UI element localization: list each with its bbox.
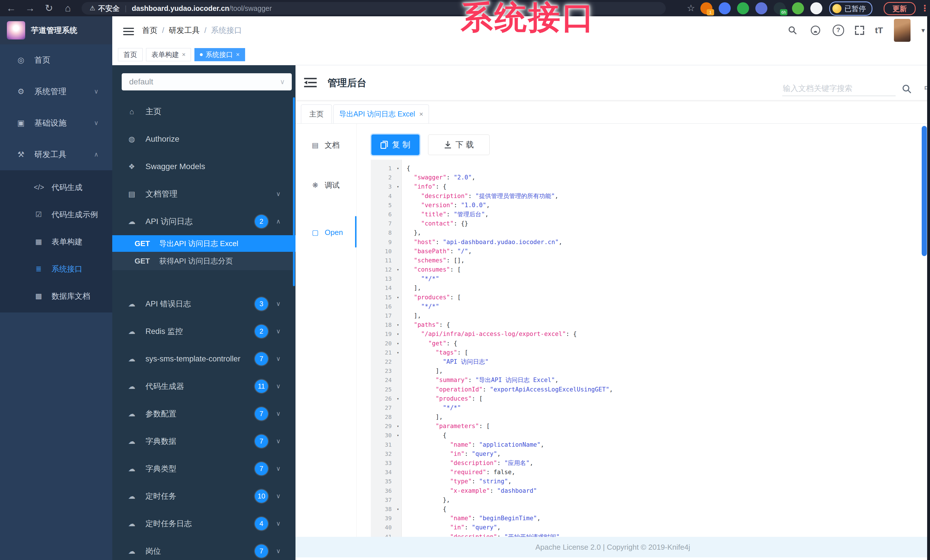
code-line: "required": false, [406, 468, 910, 477]
panel-item-Swagger Models[interactable]: ❖Swagger Models [112, 153, 296, 180]
api-group-sys-sms-template-controller[interactable]: ☁sys-sms-template-controller7∨ [112, 345, 296, 373]
breadcrumb-separator: / [205, 26, 207, 35]
extension-green-check-icon[interactable] [737, 2, 749, 14]
extension-bird-icon[interactable] [792, 2, 804, 14]
copy-button[interactable]: 复 制 [371, 135, 419, 155]
fold-caret-icon[interactable]: ▾ [397, 339, 399, 348]
api-group-字典类型[interactable]: ☁字典类型7∨ [112, 455, 296, 482]
doc-search-icon[interactable] [902, 84, 912, 94]
browser-menu-icon[interactable]: ⋮ [920, 0, 930, 16]
tab-系统接口[interactable]: 系统接口× [194, 48, 245, 61]
download-button[interactable]: 下 载 [428, 135, 490, 155]
fold-caret-icon[interactable]: ▾ [397, 394, 399, 403]
extension-6h-icon[interactable]: 6h [774, 2, 786, 14]
update-button[interactable]: 更新 [884, 2, 916, 15]
sidebar-item-系统管理[interactable]: ⚙系统管理∨ [0, 76, 112, 107]
browser-back-icon[interactable]: ← [4, 0, 18, 16]
browser-forward-icon[interactable]: → [23, 0, 37, 16]
api-group-岗位[interactable]: ☁岗位7∨ [112, 537, 296, 560]
doc-tab-导出API 访问日志 Excel[interactable]: 导出API 访问日志 Excel× [333, 104, 429, 123]
fullscreen-icon[interactable] [855, 26, 864, 35]
panel-item-API 访问日志[interactable]: ☁API 访问日志2∧ [112, 208, 296, 235]
avatar[interactable] [894, 19, 910, 42]
address-bar[interactable]: ⚠ 不安全 | dashboard.yudao.iocoder.cn/tool/… [82, 2, 666, 15]
hamburger-icon[interactable] [123, 26, 134, 35]
sidebar-item-研发工具[interactable]: ⚒研发工具∧ [0, 139, 112, 170]
api-group-字典数据[interactable]: ☁字典数据7∨ [112, 428, 296, 455]
operation-导出API 访问日志 Excel[interactable]: GET导出API 访问日志 Excel [112, 235, 296, 252]
line-number: 1▾ [371, 164, 402, 173]
extension-grid-icon[interactable] [755, 2, 767, 14]
cloud-icon: ☁ [126, 410, 137, 418]
close-icon[interactable]: × [182, 51, 186, 58]
avatar-caret-icon[interactable]: ▾ [921, 26, 925, 34]
doc-nav-调试[interactable]: ❋调试 [296, 177, 356, 193]
operation-获得API 访问日志分页[interactable]: GET获得API 访问日志分页 [112, 252, 296, 270]
tab-首页[interactable]: 首页 [118, 48, 143, 61]
sidebar-item-首页[interactable]: ◎首页 [0, 44, 112, 76]
cloud-icon: ☁ [126, 547, 137, 555]
group-select[interactable]: default ∨ [122, 73, 292, 91]
close-icon[interactable]: × [419, 110, 423, 118]
page-scrollbar[interactable] [922, 126, 927, 256]
api-group-API 错误日志[interactable]: ☁API 错误日志3∨ [112, 290, 296, 318]
line-number: 8 [371, 228, 402, 237]
panel-menu: ⌂主页◍Authorize❖Swagger Models▤文档管理∨☁API 访… [112, 98, 296, 235]
chevron-down-icon: ∨ [276, 520, 280, 527]
code-editor[interactable]: { "swagger": "2.0", "info": { "descripti… [406, 164, 910, 537]
browser-home-icon[interactable]: ⌂ [61, 0, 75, 16]
fold-caret-icon[interactable]: ▾ [397, 422, 399, 431]
bookmark-star-icon[interactable]: ☆ [684, 0, 698, 16]
panel-item-Authorize[interactable]: ◍Authorize [112, 125, 296, 153]
extension-orange-icon[interactable]: 1 [701, 2, 712, 14]
tab-表单构建[interactable]: 表单构建× [146, 48, 191, 61]
fold-caret-icon[interactable]: ▾ [397, 182, 399, 191]
code-line: "schemes": [], [406, 256, 910, 265]
fold-caret-icon[interactable]: ▾ [397, 320, 399, 329]
search-icon[interactable] [788, 26, 799, 35]
fold-caret-icon[interactable]: ▾ [397, 329, 399, 339]
security-label[interactable]: 不安全 [98, 4, 120, 13]
sidebar-item-基础设施[interactable]: ▣基础设施∨ [0, 107, 112, 139]
extension-paw-icon[interactable] [810, 2, 822, 14]
sidebar-subitem-数据库文档[interactable]: ▩数据库文档 [0, 282, 112, 310]
api-group-代码生成器[interactable]: ☁代码生成器11∨ [112, 373, 296, 400]
breadcrumb-item[interactable]: 首页 [142, 25, 157, 35]
panel-scrollbar[interactable] [293, 97, 295, 286]
help-icon[interactable]: ? [833, 25, 844, 36]
fold-caret-icon[interactable]: ▾ [397, 348, 399, 357]
menu-fold-icon[interactable] [304, 77, 317, 88]
fold-caret-icon[interactable]: ▾ [397, 164, 399, 173]
fold-caret-icon[interactable]: ▾ [397, 265, 399, 274]
api-group-Redis 监控[interactable]: ☁Redis 监控2∨ [112, 318, 296, 345]
panel-item-文档管理[interactable]: ▤文档管理∨ [112, 180, 296, 208]
sidebar-subitem-表单构建[interactable]: ▦表单构建 [0, 228, 112, 255]
fold-caret-icon[interactable]: ▾ [397, 293, 399, 302]
api-group-参数配置[interactable]: ☁参数配置7∨ [112, 400, 296, 428]
line-number: 20▾ [371, 339, 402, 348]
panel-groups: ☁API 错误日志3∨☁Redis 监控2∨☁sys-sms-template-… [112, 290, 296, 560]
fold-caret-icon[interactable]: ▾ [397, 505, 399, 514]
browser-reload-icon[interactable]: ↻ [42, 0, 56, 16]
breadcrumb-item[interactable]: 研发工具 [169, 25, 200, 35]
fold-caret-icon[interactable]: ▾ [397, 431, 399, 440]
doc-search-input[interactable] [782, 81, 896, 96]
sidebar-subitem-代码生成[interactable]: </>代码生成 [0, 174, 112, 201]
sidebar-subitem-系统接口[interactable]: ≣系统接口 [0, 255, 112, 282]
chevron-down-icon: ∨ [276, 548, 280, 555]
doc-nav-文档[interactable]: ▤文档 [296, 137, 356, 153]
breadcrumb-item[interactable]: 系统接口 [211, 25, 242, 35]
api-group-定时任务[interactable]: ☁定时任务10∨ [112, 482, 296, 510]
app-logo[interactable]: 芋道管理系统 [0, 16, 112, 44]
doc-tab-主页[interactable]: 主页 [301, 104, 332, 123]
paused-extension-button[interactable]: 已暂停 [829, 2, 873, 16]
doc-nav-Open[interactable]: ▢Open [296, 224, 356, 240]
panel-item-主页[interactable]: ⌂主页 [112, 98, 296, 125]
sidebar-subitem-代码生成示例[interactable]: ☑代码生成示例 [0, 201, 112, 228]
api-group-定时任务日志[interactable]: ☁定时任务日志4∨ [112, 510, 296, 537]
extension-pin-icon[interactable] [719, 2, 731, 14]
github-icon[interactable] [810, 25, 822, 35]
cloud-icon: ☁ [126, 355, 137, 363]
font-size-icon[interactable]: tT [875, 26, 883, 35]
close-icon[interactable]: × [236, 51, 240, 58]
